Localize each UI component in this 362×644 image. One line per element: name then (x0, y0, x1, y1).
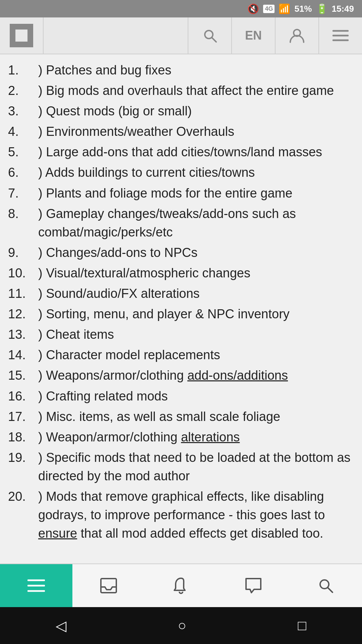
search-button[interactable] (188, 17, 231, 54)
list-item-link[interactable]: alterations (181, 430, 240, 444)
bell-icon (173, 577, 189, 594)
svg-line-1 (212, 38, 216, 42)
list-item: 6.) Adds buildings to current cities/tow… (8, 163, 354, 182)
list-item: 8.) Gameplay changes/tweaks/add-ons such… (8, 205, 354, 241)
list-item-text: ) Adds buildings to current cities/towns (38, 163, 354, 182)
list-item-text: ) Cheat items (38, 325, 354, 344)
list-item-text: ) Visual/textural/atmospheric changes (38, 264, 354, 282)
battery-percentage: 51% (294, 4, 312, 14)
network-badge: 4G (263, 5, 275, 13)
time-display: 15:49 (332, 4, 354, 14)
tab-comments[interactable] (217, 564, 290, 607)
list-item: 5.) Large add-ons that add cities/towns/… (8, 143, 354, 161)
comment-icon (245, 577, 262, 594)
list-item-text: ) Character model replacements (38, 346, 354, 364)
content-area: 1.) Patches and bug fixes2.) Big mods an… (0, 54, 362, 564)
top-nav-bar: EN (0, 17, 362, 54)
list-item-number: 14. (8, 346, 38, 364)
list-item-number: 6. (8, 163, 38, 182)
list-item-text: ) Misc. items, as well as small scale fo… (38, 408, 354, 426)
mute-icon: 🔇 (247, 3, 259, 14)
search-icon (202, 28, 218, 44)
list-item: 16.) Crafting related mods (8, 387, 354, 406)
svg-rect-9 (101, 579, 116, 593)
list-item-number: 4. (8, 122, 38, 141)
list-item-number: 8. (8, 205, 38, 223)
list-item-link[interactable]: ensure (38, 526, 77, 540)
list-item: 10.) Visual/textural/atmospheric changes (8, 264, 354, 282)
list-item-number: 17. (8, 408, 38, 426)
list-item: 7.) Plants and foliage mods for the enti… (8, 184, 354, 203)
android-nav-bar: ◁ ○ □ (0, 607, 362, 644)
list-item-text: ) Crafting related mods (38, 387, 354, 406)
list-item-number: 13. (8, 325, 38, 344)
list-item-number: 3. (8, 102, 38, 120)
home-button[interactable]: ○ (178, 618, 186, 634)
list-item: 20.) Mods that remove graphical effects,… (8, 487, 354, 543)
search-tab-icon (318, 578, 334, 594)
recent-button[interactable]: □ (298, 618, 306, 634)
list-item-number: 15. (8, 366, 38, 385)
list-item: 2.) Big mods and overhauls that affect t… (8, 82, 354, 100)
list-icon (27, 578, 45, 593)
logo-button[interactable] (0, 17, 44, 54)
logo-inner (15, 30, 27, 42)
language-button[interactable]: EN (231, 17, 275, 54)
logo-icon (10, 24, 33, 47)
list-item-text: ) Sorting, menu, and player & NPC invent… (38, 305, 354, 323)
battery-icon: 🔋 (316, 3, 328, 14)
status-bar: 🔇 4G 📶 51% 🔋 15:49 (0, 0, 362, 17)
list-item-link[interactable]: add-ons/additions (187, 368, 288, 382)
list-item: 18.) Weapon/armor/clothing alterations (8, 428, 354, 446)
list-item: 11.) Sound/audio/FX alterations (8, 284, 354, 303)
list-item-text: ) Gameplay changes/tweaks/add-ons such a… (38, 205, 354, 241)
tab-inbox[interactable] (72, 564, 145, 607)
list-item: 12.) Sorting, menu, and player & NPC inv… (8, 305, 354, 323)
menu-button[interactable] (318, 17, 362, 54)
list-item-number: 2. (8, 82, 38, 100)
list-item-number: 7. (8, 184, 38, 203)
user-icon (289, 28, 305, 44)
tab-list[interactable] (0, 564, 72, 607)
list-item-number: 11. (8, 284, 38, 303)
list-item-text: ) Environments/weather Overhauls (38, 122, 354, 141)
list-item: 9.) Changes/add-ons to NPCs (8, 244, 354, 262)
list-item-text: ) Specific mods that need to be loaded a… (38, 448, 354, 485)
list-item: 15.) Weapons/armor/clothing add-ons/addi… (8, 366, 354, 385)
language-label: EN (245, 29, 262, 43)
list-item: 1.) Patches and bug fixes (8, 61, 354, 79)
list-item: 19.) Specific mods that need to be loade… (8, 448, 354, 485)
list-item-text: ) Weapon/armor/clothing alterations (38, 428, 354, 446)
list-item-text: ) Weapons/armor/clothing add-ons/additio… (38, 366, 354, 385)
list-item-text: ) Sound/audio/FX alterations (38, 284, 354, 303)
list-item-number: 1. (8, 61, 38, 79)
list-item-number: 19. (8, 448, 38, 467)
list-item-number: 16. (8, 387, 38, 406)
tab-search[interactable] (290, 564, 362, 607)
hamburger-icon (333, 29, 349, 42)
nav-spacer (44, 17, 188, 54)
inbox-icon (100, 578, 117, 594)
user-button[interactable] (275, 17, 318, 54)
list-item-text: ) Mods that remove graphical effects, li… (38, 487, 354, 543)
list-item-number: 5. (8, 143, 38, 161)
list-item: 13.) Cheat items (8, 325, 354, 344)
list-item-number: 18. (8, 428, 38, 446)
tab-notifications[interactable] (145, 564, 217, 607)
bottom-tab-bar (0, 564, 362, 607)
list-item-text: ) Plants and foliage mods for the entire… (38, 184, 354, 203)
list-item-text: ) Quest mods (big or small) (38, 102, 354, 120)
list-item-number: 9. (8, 244, 38, 262)
list-item-number: 20. (8, 487, 38, 506)
list-item-text: ) Large add-ons that add cities/towns/la… (38, 143, 354, 161)
list-item: 17.) Misc. items, as well as small scale… (8, 408, 354, 426)
list-item-text: ) Patches and bug fixes (38, 61, 354, 79)
back-button[interactable]: ◁ (56, 618, 66, 634)
list-item: 3.) Quest mods (big or small) (8, 102, 354, 120)
list-item: 4.) Environments/weather Overhauls (8, 122, 354, 141)
list-item-text: ) Changes/add-ons to NPCs (38, 244, 354, 262)
list-item-text: ) Big mods and overhauls that affect the… (38, 82, 354, 100)
signal-icon: 📶 (279, 3, 290, 14)
list-item-number: 12. (8, 305, 38, 323)
list-item: 14.) Character model replacements (8, 346, 354, 364)
